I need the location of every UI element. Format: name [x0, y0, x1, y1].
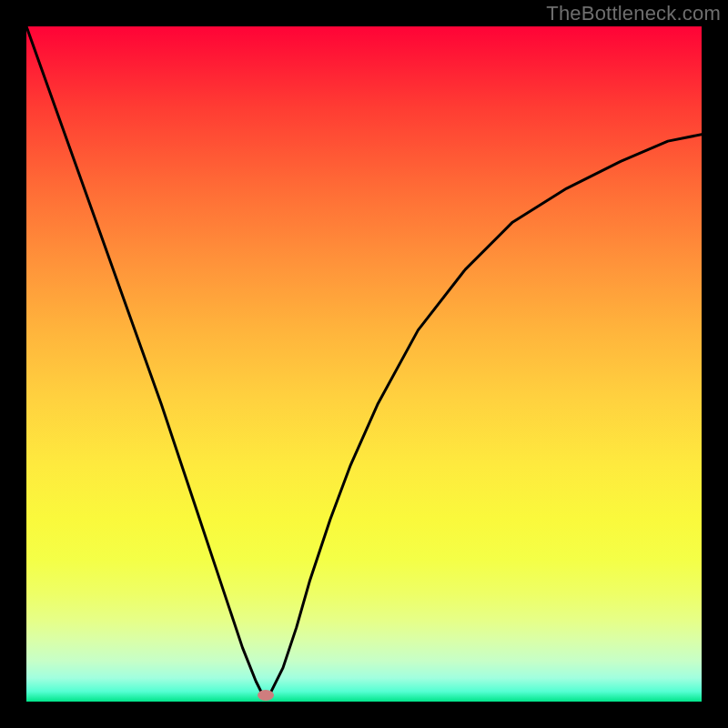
chart-container: TheBottleneck.com: [0, 0, 728, 728]
attribution-text: TheBottleneck.com: [546, 2, 721, 25]
plot-area: [26, 26, 702, 702]
min-marker: [258, 690, 274, 701]
bottleneck-curve: [26, 26, 702, 702]
